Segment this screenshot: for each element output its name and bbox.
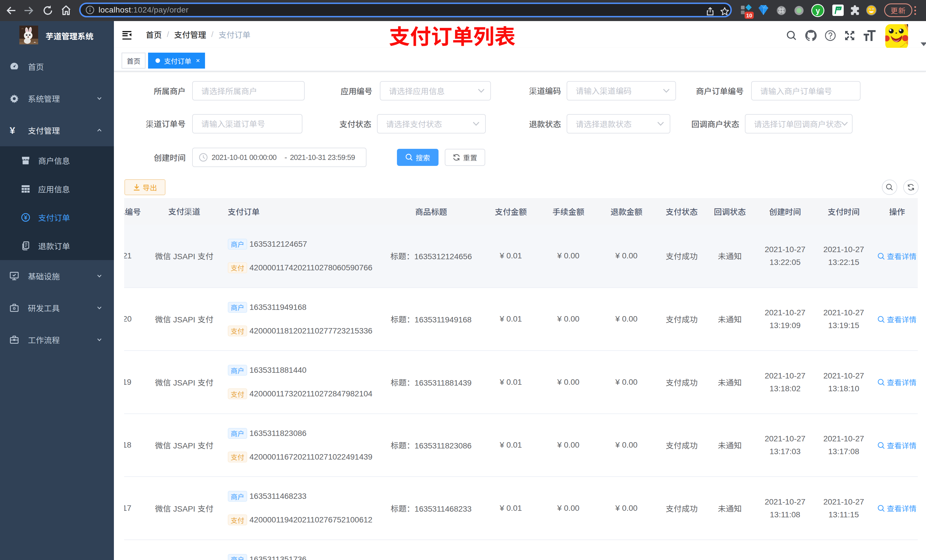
svg-text:10: 10: [746, 12, 752, 18]
svg-text:y: y: [816, 6, 820, 15]
